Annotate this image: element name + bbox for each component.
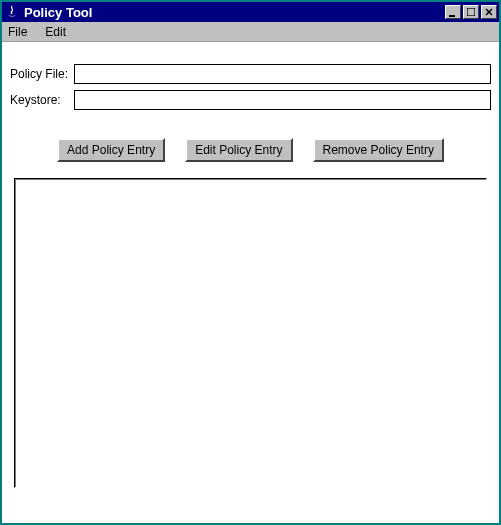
keystore-label: Keystore: [10, 93, 74, 107]
window-controls [443, 5, 497, 19]
content-area: Policy File: Keystore: Add Policy Entry … [2, 42, 499, 496]
maximize-button[interactable] [463, 5, 479, 19]
button-row: Add Policy Entry Edit Policy Entry Remov… [10, 138, 491, 162]
policy-file-label: Policy File: [10, 67, 74, 81]
menu-bar: File Edit [2, 22, 499, 42]
add-policy-entry-button[interactable]: Add Policy Entry [57, 138, 165, 162]
svg-rect-1 [467, 8, 475, 16]
close-button[interactable] [481, 5, 497, 19]
menu-file[interactable]: File [8, 25, 27, 39]
window-frame: Policy Tool File Edit Policy File: Keyst… [0, 0, 501, 525]
minimize-button[interactable] [445, 5, 461, 19]
title-bar: Policy Tool [2, 2, 499, 22]
policy-file-row: Policy File: [10, 64, 491, 84]
edit-policy-entry-button[interactable]: Edit Policy Entry [185, 138, 292, 162]
svg-rect-0 [449, 15, 455, 17]
keystore-input[interactable] [74, 90, 491, 110]
keystore-row: Keystore: [10, 90, 491, 110]
window-title: Policy Tool [24, 5, 443, 20]
java-icon [4, 4, 20, 20]
policy-file-input[interactable] [74, 64, 491, 84]
menu-edit[interactable]: Edit [45, 25, 66, 39]
policy-entries-list[interactable] [14, 178, 487, 488]
remove-policy-entry-button[interactable]: Remove Policy Entry [313, 138, 444, 162]
